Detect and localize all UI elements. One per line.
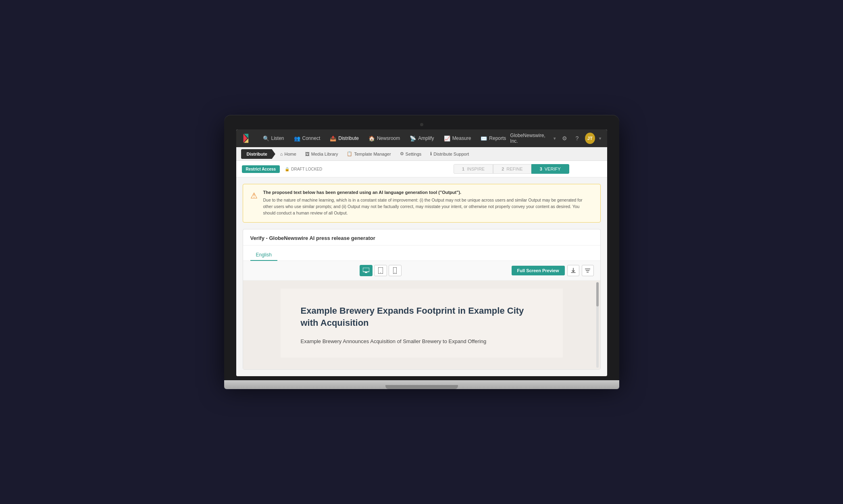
distribute-icon: 📤 [330, 135, 336, 142]
preview-actions: Full Screen Preview [512, 265, 594, 276]
sub-nav-template-label: Template Manager [354, 152, 391, 156]
nav-item-newsroom-label: Newsroom [377, 135, 400, 141]
tab-english[interactable]: English [250, 250, 277, 261]
mobile-view-button[interactable] [389, 265, 402, 276]
step-2-label: REFINE [506, 167, 522, 171]
alert-icon: ⚠ [250, 191, 258, 200]
nav-item-newsroom[interactable]: 🏠 Newsroom [364, 133, 404, 144]
main-content: ⚠ The proposed text below has been gener… [236, 177, 607, 376]
sub-nav-media-library[interactable]: 🖼 Media Library [301, 150, 342, 158]
sub-nav-items: ⌂ Home 🖼 Media Library 📋 Template Manage… [276, 150, 473, 158]
top-nav: 🔍 Listen 👥 Connect 📤 Distribute 🏠 Newsro… [236, 129, 607, 147]
home-icon: ⌂ [280, 152, 283, 156]
laptop-screen: 🔍 Listen 👥 Connect 📤 Distribute 🏠 Newsro… [236, 129, 607, 376]
steps-container: 1 INSPIRE 2 REFINE 3 VERIFY [454, 164, 569, 174]
download-button[interactable] [567, 265, 579, 276]
full-screen-preview-button[interactable]: Full Screen Preview [512, 266, 565, 275]
newsroom-icon: 🏠 [368, 135, 375, 142]
nav-item-reports[interactable]: ✉️ Reports [477, 133, 510, 144]
screen-bezel: 🔍 Listen 👥 Connect 📤 Distribute 🏠 Newsro… [224, 115, 619, 380]
svg-point-6 [380, 272, 381, 273]
sub-nav-media-label: Media Library [311, 152, 338, 156]
svg-rect-3 [363, 268, 369, 272]
nav-items: 🔍 Listen 👥 Connect 📤 Distribute 🏠 Newsro… [259, 133, 510, 144]
scrollbar[interactable] [596, 282, 599, 368]
press-release-content: Example Brewery Expands Footprint in Exa… [281, 289, 563, 358]
preview-toolbar: Full Screen Preview [243, 261, 600, 281]
nav-item-amplify-label: Amplify [418, 135, 434, 141]
tablet-view-button[interactable] [374, 265, 387, 276]
lang-tabs: English [243, 246, 600, 261]
scrollbar-thumb[interactable] [596, 282, 599, 306]
nav-item-distribute-label: Distribute [338, 135, 359, 141]
step-3-label: VERIFY [545, 167, 561, 171]
laptop-notch [385, 385, 458, 389]
filter-button[interactable] [582, 265, 594, 276]
draft-locked-label: DRAFT LOCKED [291, 167, 322, 171]
alert-box: ⚠ The proposed text below has been gener… [243, 184, 601, 222]
logo [241, 133, 252, 144]
svg-rect-4 [365, 272, 367, 273]
sub-nav-template-manager[interactable]: 📋 Template Manager [343, 150, 395, 158]
step-3-num: 3 [540, 167, 542, 171]
press-preview-area: Example Brewery Expands Footprint in Exa… [243, 281, 600, 369]
nav-item-measure-label: Measure [452, 135, 471, 141]
restrict-access-button[interactable]: Restrict Access [242, 165, 280, 173]
template-icon: 📋 [347, 151, 352, 156]
device-buttons [250, 265, 512, 276]
reports-icon: ✉️ [481, 135, 487, 142]
sub-nav-support-label: Distribute Support [433, 152, 469, 156]
sub-nav-home[interactable]: ⌂ Home [276, 150, 300, 158]
nav-item-distribute[interactable]: 📤 Distribute [326, 133, 363, 144]
verify-section: Verify - GlobeNewswire AI press release … [243, 229, 601, 370]
nav-item-measure[interactable]: 📈 Measure [440, 133, 475, 144]
step-1-num: 1 [462, 167, 464, 171]
support-icon: ℹ [430, 151, 432, 156]
nav-item-listen-label: Listen [271, 135, 284, 141]
step-2-num: 2 [502, 167, 504, 171]
step-1-label: INSPIRE [467, 167, 485, 171]
press-release-subtitle: Example Brewery Announces Acquisition of… [301, 337, 543, 346]
sub-nav: Distribute ⌂ Home 🖼 Media Library 📋 Temp… [236, 147, 607, 161]
nav-item-amplify[interactable]: 📡 Amplify [406, 133, 438, 144]
settings-icon-btn[interactable]: ⚙ [560, 133, 569, 144]
help-icon-btn[interactable]: ? [572, 133, 582, 144]
lock-icon: 🔒 [285, 167, 289, 171]
connect-icon: 👥 [294, 135, 300, 142]
settings-sub-icon: ⚙ [400, 151, 404, 156]
step-refine[interactable]: 2 REFINE [493, 164, 531, 174]
nav-item-connect[interactable]: 👥 Connect [290, 133, 325, 144]
media-library-icon: 🖼 [305, 152, 310, 156]
nav-item-connect-label: Connect [302, 135, 321, 141]
step-verify[interactable]: 3 VERIFY [531, 164, 569, 174]
amplify-icon: 📡 [410, 135, 416, 142]
alert-body-text: Due to the nature of machine learning, w… [263, 197, 593, 216]
sub-nav-settings[interactable]: ⚙ Settings [396, 150, 426, 158]
alert-content: The proposed text below has been generat… [263, 190, 593, 216]
sub-nav-home-label: Home [285, 152, 296, 156]
desktop-view-button[interactable] [360, 265, 373, 276]
nav-right: GlobeNewswire, Inc. ▼ ⚙ ? JT ▼ [510, 133, 602, 144]
company-name[interactable]: GlobeNewswire, Inc. [510, 133, 549, 144]
step-inspire[interactable]: 1 INSPIRE [454, 164, 493, 174]
measure-icon: 📈 [444, 135, 450, 142]
sub-nav-settings-label: Settings [406, 152, 422, 156]
laptop-shell: 🔍 Listen 👥 Connect 📤 Distribute 🏠 Newsro… [224, 115, 619, 389]
svg-point-8 [395, 272, 395, 273]
draft-locked-indicator: 🔒 DRAFT LOCKED [285, 167, 322, 171]
steps-bar: Restrict Access 🔒 DRAFT LOCKED 1 INSPIRE… [236, 161, 607, 177]
laptop-base [224, 380, 619, 389]
camera [420, 123, 423, 126]
alert-bold-text: The proposed text below has been generat… [263, 190, 593, 195]
nav-item-reports-label: Reports [489, 135, 506, 141]
press-release-title: Example Brewery Expands Footprint in Exa… [301, 305, 543, 330]
verify-title: Verify - GlobeNewswire AI press release … [243, 229, 600, 246]
search-icon: 🔍 [263, 135, 269, 142]
nav-item-listen[interactable]: 🔍 Listen [259, 133, 288, 144]
sub-nav-support[interactable]: ℹ Distribute Support [426, 150, 473, 158]
sub-nav-distribute-active: Distribute [241, 149, 275, 159]
avatar[interactable]: JT [585, 133, 595, 144]
